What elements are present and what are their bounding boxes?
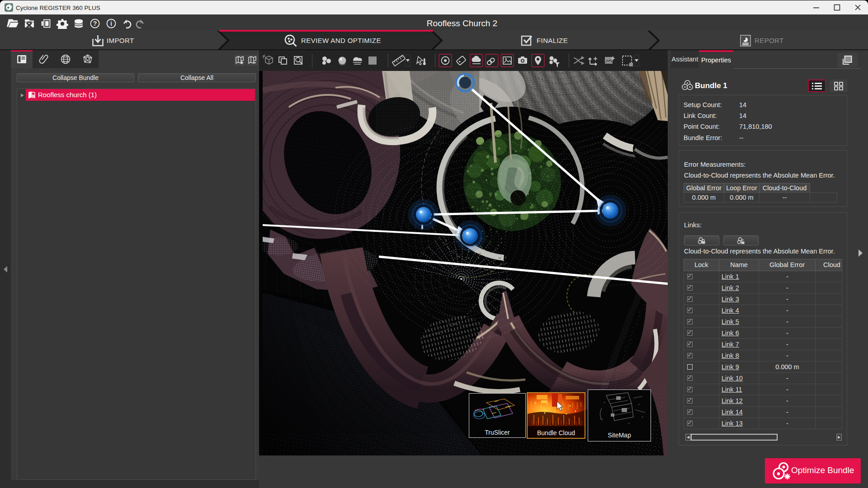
svg-text:?: ?	[93, 20, 97, 27]
svg-text:i: i	[110, 20, 112, 27]
